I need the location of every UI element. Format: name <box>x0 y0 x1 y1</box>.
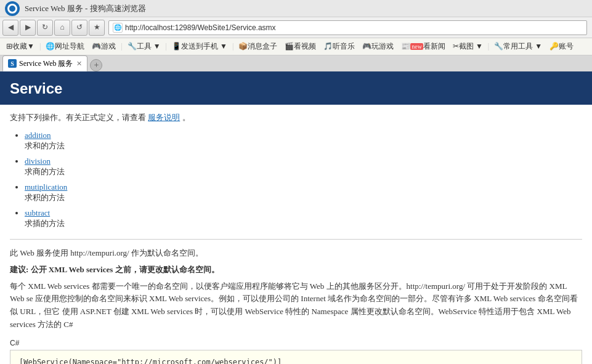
send-icon: 📱 <box>172 42 181 51</box>
music-label: 听音乐 <box>333 41 355 52</box>
tab-favicon: S <box>8 59 17 68</box>
namespace-info-1: 此 Web 服务使用 http://tempuri.org/ 作为默认命名空间。 <box>10 247 582 260</box>
bookmark-games[interactable]: 🎮 游戏 <box>88 40 120 53</box>
division-link[interactable]: division <box>25 156 51 166</box>
bookmarks-bar: ⊞ 收藏▼ | 🌐 网址导航 🎮 游戏 | 🔧 工具 ▼ | 📱 发送到手机 ▼… <box>0 38 592 55</box>
games-icon: 🎮 <box>92 42 101 51</box>
star-icon: ★ <box>94 23 100 32</box>
bookmark-screenshot[interactable]: ✂ 截图 ▼ <box>449 40 487 53</box>
refresh-icon: ↻ <box>42 23 48 32</box>
account-label: 账号 <box>559 41 574 52</box>
intro-end: 。 <box>182 113 190 122</box>
home-button[interactable]: ⌂ <box>54 20 70 36</box>
mutiplication-link[interactable]: mutiplication <box>25 182 67 192</box>
bookmark-account[interactable]: 🔑 账号 <box>546 40 577 53</box>
separator-1: | <box>39 42 41 51</box>
tab-bar: S Service Web 服务 ✕ + <box>0 55 592 73</box>
bookmark-tools[interactable]: 🔧 工具 ▼ <box>124 40 164 53</box>
code-content: [WebService(Namespace="http://microsoft.… <box>19 357 573 364</box>
tab-label: Service Web 服务 <box>19 59 73 69</box>
addition-link[interactable]: addition <box>25 131 51 140</box>
tools-label: 工具 ▼ <box>137 41 161 52</box>
forward-button[interactable]: ▶ <box>20 20 36 36</box>
nav-bar: ◀ ▶ ↻ ⌂ ↺ ★ 🌐 http://localhost:12989/Web… <box>0 17 592 38</box>
video-label: 看视频 <box>294 41 316 52</box>
address-text: http://localhost:12989/WebSite1/Service.… <box>125 23 276 32</box>
tools-icon: 🔧 <box>128 42 137 51</box>
back2-icon: ↺ <box>76 23 83 32</box>
list-item: subtract 求插的方法 <box>25 208 582 229</box>
news-icon: 📰 <box>401 42 410 51</box>
nav-label: 网址导航 <box>55 41 84 52</box>
tab-service-web[interactable]: S Service Web 服务 ✕ <box>2 55 87 71</box>
code-block: [WebService(Namespace="http://microsoft.… <box>10 350 582 364</box>
bookmark-music[interactable]: 🎵 听音乐 <box>320 40 359 53</box>
news-label: 看新闻 <box>423 41 445 52</box>
bookmark-common-tools[interactable]: 🔧 常用工具 ▼ <box>490 40 546 53</box>
list-item: mutiplication 求积的方法 <box>25 182 582 203</box>
separator-3: | <box>166 42 167 51</box>
address-favicon: 🌐 <box>113 23 123 33</box>
intro-line: 支持下列操作。有关正式定义，请查看 服务说明 。 <box>10 112 582 123</box>
refresh-button[interactable]: ↻ <box>37 20 53 36</box>
games-label: 游戏 <box>101 41 116 52</box>
mutiplication-desc: 求积的方法 <box>25 193 65 202</box>
info-section: 此 Web 服务使用 http://tempuri.org/ 作为默认命名空间。… <box>10 247 582 331</box>
new-badge: new <box>410 43 423 50</box>
add-icon: + <box>94 60 99 70</box>
favorites-label: 收藏▼ <box>12 41 34 52</box>
bookmark-send[interactable]: 📱 发送到手机 ▼ <box>168 40 231 53</box>
service-description-link[interactable]: 服务说明 <box>148 113 180 122</box>
subtract-link[interactable]: subtract <box>25 208 50 217</box>
subtract-desc: 求插的方法 <box>25 219 65 228</box>
list-item: addition 求和的方法 <box>25 131 582 152</box>
common-tools-icon: 🔧 <box>494 42 503 51</box>
list-item: division 求商的方法 <box>25 156 582 177</box>
page-header: Service <box>0 73 592 105</box>
back-icon: ◀ <box>8 23 14 32</box>
video-icon: 🎬 <box>285 42 294 51</box>
new-tab-button[interactable]: + <box>90 59 102 71</box>
divider <box>10 239 582 240</box>
browser-logo <box>5 1 20 16</box>
screenshot-icon: ✂ <box>453 42 459 51</box>
tab-close-button[interactable]: ✕ <box>76 60 82 68</box>
send-label: 发送到手机 ▼ <box>181 41 227 52</box>
msgbox-icon: 📦 <box>238 42 248 51</box>
common-tools-label: 常用工具 ▼ <box>503 41 542 52</box>
music-icon: 🎵 <box>323 42 333 51</box>
home-icon: ⌂ <box>60 23 64 32</box>
star-button[interactable]: ★ <box>89 20 105 36</box>
browser-title: Service Web 服务 - 搜狗高速浏览器 <box>25 3 146 14</box>
back-button[interactable]: ◀ <box>2 20 18 36</box>
nav-icon: 🌐 <box>46 42 55 51</box>
page-body: 支持下列操作。有关正式定义，请查看 服务说明 。 addition 求和的方法 … <box>0 105 592 364</box>
bookmark-favorites[interactable]: ⊞ 收藏▼ <box>2 40 38 53</box>
page-title: Service <box>10 80 582 97</box>
bookmark-games2[interactable]: 🎮 玩游戏 <box>359 40 397 53</box>
bookmark-video[interactable]: 🎬 看视频 <box>281 40 320 53</box>
address-bar[interactable]: 🌐 http://localhost:12989/WebSite1/Servic… <box>108 20 587 35</box>
separator-2: | <box>121 42 122 51</box>
operations-list: addition 求和的方法 division 求商的方法 mutiplicat… <box>25 131 582 229</box>
addition-desc: 求和的方法 <box>25 141 65 150</box>
title-bar: Service Web 服务 - 搜狗高速浏览器 <box>0 0 592 17</box>
bookmark-nav[interactable]: 🌐 网址导航 <box>42 40 88 53</box>
division-desc: 求商的方法 <box>25 167 65 176</box>
namespace-info-2: 建议: 公开 XML Web services 之前，请更改默认命名空间。 <box>10 264 582 277</box>
namespace-info-3: 每个 XML Web services 都需要一个唯一的命名空间，以便客户端应用… <box>10 280 582 331</box>
forward-icon: ▶ <box>25 23 31 32</box>
favorites-icon: ⊞ <box>6 42 12 51</box>
games2-icon: 🎮 <box>362 42 371 51</box>
browser-logo-inner <box>7 4 17 14</box>
account-icon: 🔑 <box>549 42 559 51</box>
games2-label: 玩游戏 <box>371 41 394 52</box>
msgbox-label: 消息盒子 <box>248 41 277 52</box>
intro-text: 支持下列操作。有关正式定义，请查看 <box>10 113 146 122</box>
back2-button[interactable]: ↺ <box>71 20 87 36</box>
bookmark-msgbox[interactable]: 📦 消息盒子 <box>235 40 281 53</box>
screenshot-label: 截图 ▼ <box>459 41 483 52</box>
separator-5: | <box>488 42 489 51</box>
code-label: C# <box>10 339 582 347</box>
bookmark-news[interactable]: 📰 new 看新闻 <box>397 40 449 53</box>
